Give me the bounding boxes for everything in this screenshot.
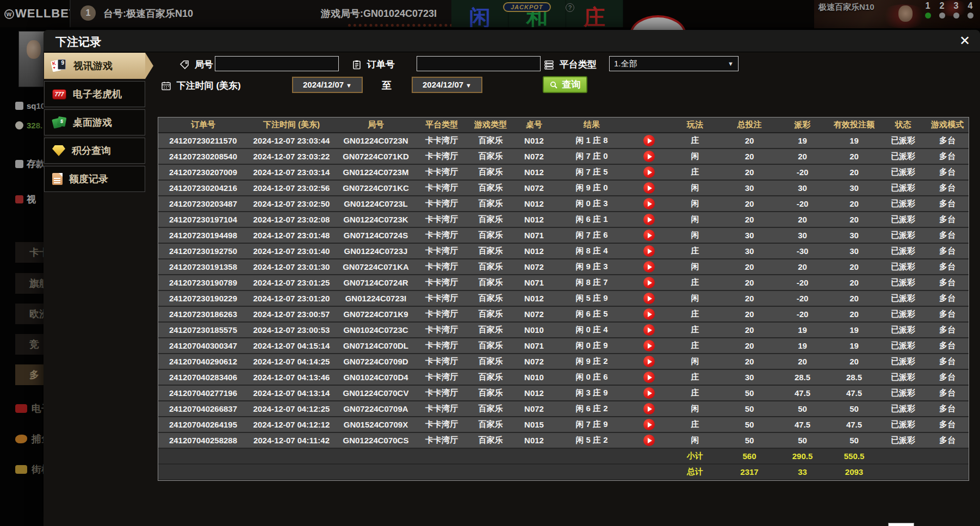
order-number-cell: 241207230208540 xyxy=(158,148,248,164)
table-row: 241207230190229 2024-12-07 23:01:20 GN01… xyxy=(158,290,969,306)
play-type-cell: 庄 xyxy=(668,417,722,432)
live-video-thumbnail: 极速百家乐N10 1 2 3 4 xyxy=(814,0,980,28)
payout-cell: -20 xyxy=(777,306,828,322)
sidebar-item-slots[interactable]: 777 电子老虎机 xyxy=(44,81,145,107)
close-icon[interactable]: ✕ xyxy=(956,33,973,48)
play-type-cell: 庄 xyxy=(668,164,722,180)
grand-total-label: 总计 xyxy=(668,464,722,480)
play-video-icon[interactable] xyxy=(643,419,655,430)
replay-cell xyxy=(630,275,668,290)
result-cell: 闲 9 庄 2 xyxy=(554,354,630,369)
round-number-cell: GN01024C0723C xyxy=(335,322,417,338)
valid-bet-cell: 30 xyxy=(828,227,880,243)
table-row: 241207230194498 2024-12-07 23:01:48 GN07… xyxy=(158,227,969,243)
date-from-picker[interactable]: 2024/12/07▼ xyxy=(292,77,363,93)
subtotal-bet: 560 xyxy=(722,448,777,464)
play-video-icon[interactable] xyxy=(643,277,655,288)
sidebar-item-table-games[interactable]: $ 桌面游戏 xyxy=(44,109,145,135)
game-info-bar: 1 台号:极速百家乐N10 游戏局号:GN01024C0723I xyxy=(70,0,479,27)
game-mode-cell: 多台 xyxy=(926,133,969,148)
result-cell: 闲 0 庄 6 xyxy=(554,369,630,385)
platform-cell: 卡卡湾厅 xyxy=(417,322,467,338)
play-video-icon[interactable] xyxy=(643,403,655,414)
bet-time-cell: 2024-12-07 23:00:53 xyxy=(248,322,335,338)
sidebar-item-points[interactable]: 积分查询 xyxy=(44,138,145,164)
search-icon xyxy=(550,81,558,89)
sidebar-item-quota[interactable]: 额度记录 xyxy=(44,166,145,192)
replay-cell xyxy=(630,290,668,306)
payout-cell: 19 xyxy=(777,322,828,338)
date-to-picker[interactable]: 2024/12/07▼ xyxy=(412,77,482,93)
replay-cell xyxy=(630,180,668,196)
subtotal-label: 小计 xyxy=(668,448,722,464)
order-number-cell: 241207040264195 xyxy=(158,417,248,432)
arcade-icon xyxy=(15,465,27,474)
valid-bet-cell: 20 xyxy=(828,275,880,290)
col-replay xyxy=(630,117,668,133)
search-button[interactable]: 查询 xyxy=(543,76,587,93)
play-video-icon[interactable] xyxy=(643,166,655,178)
total-bet-cell: 20 xyxy=(722,164,777,180)
order-number-input[interactable] xyxy=(417,56,541,71)
play-type-cell: 庄 xyxy=(668,385,722,401)
payout-cell: 19 xyxy=(777,338,828,354)
play-video-icon[interactable] xyxy=(643,387,655,399)
play-video-icon[interactable] xyxy=(643,198,655,209)
play-video-icon[interactable] xyxy=(643,151,655,162)
fish-icon xyxy=(15,435,27,443)
play-video-icon[interactable] xyxy=(643,308,655,320)
bet-time-cell: 2024-12-07 04:12:25 xyxy=(248,401,335,417)
platform-cell: 卡卡湾厅 xyxy=(417,401,467,417)
play-video-icon[interactable] xyxy=(643,435,655,446)
bet-zone-player: 闲 xyxy=(451,0,508,27)
video-table-1: 1 xyxy=(923,1,932,18)
play-video-icon[interactable] xyxy=(643,261,655,273)
table-number-cell: N072 xyxy=(514,148,554,164)
play-video-icon[interactable] xyxy=(643,230,655,241)
play-video-icon[interactable] xyxy=(643,324,655,336)
platform-type-select[interactable]: 1.全部 ▼ xyxy=(609,56,739,71)
play-video-icon[interactable] xyxy=(643,182,655,194)
play-video-icon[interactable] xyxy=(643,135,655,146)
sidebar-item-video-games[interactable]: K9 视讯游戏 xyxy=(44,53,145,79)
screen: wWELLBET 1 台号:极速百家乐N10 游戏局号:GN01024C0723… xyxy=(0,0,980,526)
bet-time-cell: 2024-12-07 23:03:14 xyxy=(248,164,335,180)
table-row: 241207040290612 2024-12-07 04:14:25 GN07… xyxy=(158,354,969,369)
status-cell: 已派彩 xyxy=(880,417,926,432)
play-video-icon[interactable] xyxy=(643,245,655,257)
payout-cell: 50 xyxy=(777,432,828,448)
play-video-icon[interactable] xyxy=(643,372,655,383)
table-number-cell: N071 xyxy=(514,275,554,290)
round-number-cell: GN01224C0723K xyxy=(335,212,417,227)
order-number-cell: 241207040258288 xyxy=(158,432,248,448)
play-video-icon[interactable] xyxy=(643,214,655,225)
deposit-button: 存款 xyxy=(15,158,45,170)
valid-bet-cell: 28.5 xyxy=(828,369,880,385)
payout-cell: 20 xyxy=(777,259,828,275)
play-video-icon[interactable] xyxy=(643,293,655,304)
round-number-input[interactable] xyxy=(215,56,339,71)
result-cell: 闲 1 庄 8 xyxy=(554,133,630,148)
bet-time-cell: 2024-12-07 23:01:48 xyxy=(248,227,335,243)
game-type-cell: 百家乐 xyxy=(467,148,514,164)
modal-sidebar: K9 视讯游戏 777 电子老虎机 $ 桌面游戏 积分查询 额度记录 xyxy=(44,53,145,194)
status-cell: 已派彩 xyxy=(880,133,926,148)
play-video-icon[interactable] xyxy=(643,356,655,367)
bet-time-cell: 2024-12-07 23:01:40 xyxy=(248,243,335,259)
pagination-box[interactable] xyxy=(888,523,914,526)
col-order: 订单号 xyxy=(158,117,248,133)
video-games-cards-icon: K9 xyxy=(52,59,67,72)
total-bet-cell: 20 xyxy=(722,196,777,212)
col-total-bet: 总投注 xyxy=(722,117,777,133)
bet-time-cell: 2024-12-07 23:02:08 xyxy=(248,212,335,227)
status-cell: 已派彩 xyxy=(880,385,926,401)
round-number-cell: GN07224C071KD xyxy=(335,148,417,164)
play-type-cell: 庄 xyxy=(668,275,722,290)
play-video-icon[interactable] xyxy=(643,340,655,351)
bet-time-cell: 2024-12-07 04:15:14 xyxy=(248,338,335,354)
status-cell: 已派彩 xyxy=(880,259,926,275)
total-bet-cell: 20 xyxy=(722,290,777,306)
money-bag-icon xyxy=(15,121,23,129)
quota-document-icon xyxy=(52,173,63,185)
payout-cell: 19 xyxy=(777,133,828,148)
